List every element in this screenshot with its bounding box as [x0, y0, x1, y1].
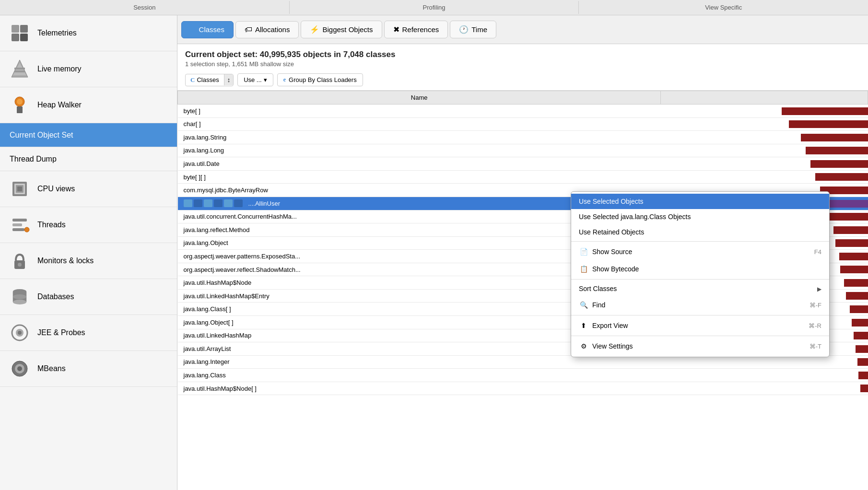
nav-session[interactable]: Session	[0, 1, 290, 14]
svg-rect-16	[12, 223, 22, 226]
svg-point-18	[24, 227, 29, 232]
table-cell-bar	[661, 382, 868, 395]
context-menu-divider	[571, 241, 829, 242]
context-menu-item-label: 📋Show Bytecode	[579, 264, 639, 274]
context-menu-divider	[571, 315, 829, 315]
context-menu-item-icon: 📋	[579, 264, 588, 274]
context-menu-item-use-selected-class[interactable]: Use Selected java.lang.Class Objects	[571, 209, 829, 224]
table-cell-name: byte[ ][ ]	[178, 170, 661, 184]
context-menu-item-use-selected[interactable]: Use Selected Objects	[571, 194, 829, 209]
databases-icon	[8, 285, 32, 309]
live-memory-icon	[8, 57, 32, 81]
svg-point-9	[17, 99, 23, 105]
context-menu-item-export-view[interactable]: ⬆Export View⌘-R	[571, 317, 829, 334]
table-cell-name: byte[ ]	[178, 105, 661, 118]
context-menu-item-label: ⚙View Settings	[579, 341, 633, 351]
table-row[interactable]: java.lang.Class	[178, 369, 868, 382]
table-row[interactable]: java.lang.Integer	[178, 355, 868, 369]
context-menu-item-show-source[interactable]: 📄Show SourceF4	[571, 243, 829, 260]
info-title: Current object set: 40,995,935 objects i…	[185, 50, 860, 59]
sidebar-item-thread-dump[interactable]: Thread Dump	[0, 147, 177, 171]
tab-allocations[interactable]: 🏷 Allocations	[235, 21, 299, 38]
table-row[interactable]: java.util.HashMap$Node[ ]	[178, 382, 868, 395]
context-menu-item-sort-classes[interactable]: Sort Classes▶	[571, 281, 829, 296]
table-cell-name: java.lang.Class	[178, 369, 661, 382]
table-row[interactable]: byte[ ]	[178, 105, 868, 118]
svg-rect-7	[14, 70, 25, 72]
use-button-label: Use ...	[244, 76, 262, 83]
tab-references[interactable]: ✖ References	[384, 21, 448, 38]
nav-profiling[interactable]: Profiling	[290, 1, 579, 14]
time-tab-icon: 🕐	[459, 25, 469, 34]
classes-select-label: C Classes	[186, 74, 224, 86]
table-cell-bar	[661, 355, 868, 369]
table-container: Name byte[ ]char[ ]java.lang.Stringjava.…	[177, 91, 868, 490]
bar-column-header	[661, 91, 868, 105]
context-menu-shortcut: ⌘-R	[809, 322, 821, 329]
table-cell-bar	[661, 144, 868, 157]
table-row[interactable]: char[ ]	[178, 117, 868, 131]
table-row[interactable]: byte[ ][ ]	[178, 170, 868, 184]
context-menu-item-find[interactable]: 🔍Find⌘-F	[571, 296, 829, 314]
svg-point-29	[18, 331, 22, 335]
sidebar-item-label: MBeans	[37, 364, 66, 373]
tab-biggest-objects[interactable]: ⚡ Biggest Objects	[301, 21, 382, 38]
context-menu-item-label: Use Retained Objects	[579, 228, 644, 236]
svg-rect-6	[14, 68, 25, 70]
tab-references-label: References	[402, 25, 439, 34]
sidebar-item-mbeans[interactable]: MBeans	[0, 351, 177, 387]
name-column-header: Name	[178, 91, 661, 105]
group-icon: e	[283, 76, 286, 83]
context-menu-item-use-retained[interactable]: Use Retained Objects	[571, 224, 829, 240]
context-menu-shortcut: ⌘-F	[809, 302, 821, 309]
info-bar: Current object set: 40,995,935 objects i…	[177, 44, 868, 70]
table-row[interactable]: java.lang.String	[178, 131, 868, 144]
context-menu-item-label: Sort Classes	[579, 285, 617, 292]
classes-select[interactable]: C Classes ↕	[185, 74, 234, 86]
tab-time[interactable]: 🕐 Time	[450, 21, 496, 38]
context-menu-divider	[571, 279, 829, 280]
monitors-icon	[8, 249, 32, 273]
table-cell-bar	[661, 105, 868, 118]
sidebar-item-label: JEE & Probes	[37, 328, 85, 337]
svg-point-23	[13, 300, 26, 304]
sidebar-item-current-object-set[interactable]: Current Object Set	[0, 123, 177, 147]
submenu-arrow-icon: ▶	[817, 286, 821, 292]
sidebar-item-monitors-locks[interactable]: Monitors & locks	[0, 243, 177, 279]
classes-select-text: Classes	[197, 76, 219, 83]
table-cell-name: java.lang.String	[178, 131, 661, 144]
context-menu-item-label: ⬆Export View	[579, 321, 628, 330]
context-menu-item-show-bytecode[interactable]: 📋Show Bytecode	[571, 260, 829, 278]
tab-classes[interactable]: C Classes	[181, 21, 234, 38]
table-row[interactable]: java.util.Date	[178, 157, 868, 171]
table-row[interactable]: java.lang.Long	[178, 144, 868, 157]
context-menu-item-icon: 📄	[579, 247, 588, 257]
sidebar-item-threads[interactable]: Threads	[0, 207, 177, 243]
use-button-arrow: ▾	[264, 76, 267, 83]
use-button[interactable]: Use ... ▾	[237, 73, 273, 86]
info-subtitle: 1 selection step, 1,651 MB shallow size	[185, 60, 860, 68]
nav-view-specific[interactable]: View Specific	[579, 1, 868, 14]
table-cell-name: java.util.Date	[178, 157, 661, 171]
sidebar-item-heap-walker[interactable]: Heap Walker	[0, 87, 177, 123]
sidebar-item-label: Thread Dump	[8, 155, 57, 163]
toolbar: C Classes ↕ Use ... ▾ e Group By Class L…	[177, 70, 868, 91]
group-by-class-loaders-button[interactable]: e Group By Class Loaders	[277, 73, 363, 86]
sidebar-item-live-memory[interactable]: Live memory	[0, 51, 177, 87]
classes-select-arrow[interactable]: ↕	[224, 74, 234, 85]
cpu-icon	[8, 177, 32, 201]
tab-bar: C Classes 🏷 Allocations ⚡ Biggest Object…	[177, 15, 868, 44]
tab-allocations-label: Allocations	[255, 25, 290, 34]
sidebar-item-label: Monitors & locks	[37, 257, 94, 265]
sidebar-item-databases[interactable]: Databases	[0, 279, 177, 315]
context-menu-item-view-settings[interactable]: ⚙View Settings⌘-T	[571, 338, 829, 355]
svg-rect-1	[20, 25, 28, 33]
svg-rect-3	[20, 34, 28, 41]
sidebar-item-telemetries[interactable]: Telemetries	[0, 15, 177, 51]
context-menu-item-label: 🔍Find	[579, 300, 605, 310]
context-menu-divider	[571, 336, 829, 336]
sidebar-item-cpu-views[interactable]: CPU views	[0, 171, 177, 207]
telemetries-icon	[8, 21, 32, 45]
mbeans-icon	[8, 357, 32, 381]
sidebar-item-jee-probes[interactable]: JEE & Probes	[0, 315, 177, 351]
